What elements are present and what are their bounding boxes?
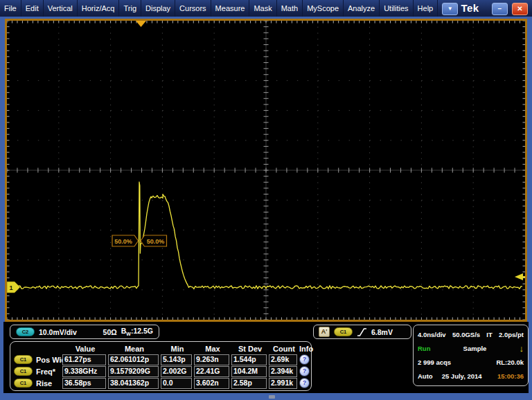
menu-item-vertical[interactable]: Vertical bbox=[44, 0, 78, 17]
rise-count: 2.991k bbox=[269, 378, 297, 389]
channel-1-badge[interactable]: C1 bbox=[14, 367, 33, 376]
measurement-name: Freq* bbox=[36, 367, 55, 376]
pos-wid-value: 61.27ps bbox=[62, 354, 106, 365]
graticule: 1 50.0% 50.0% bbox=[7, 21, 525, 320]
col-count: Count bbox=[269, 345, 299, 353]
info-icon[interactable]: ? bbox=[299, 354, 310, 365]
menu-item-measure[interactable]: Measure bbox=[211, 0, 250, 17]
menu-item-edit[interactable]: Edit bbox=[21, 0, 44, 17]
menu-item-horiz-acq[interactable]: Horiz/Acq bbox=[78, 0, 120, 17]
pos-wid-max: 9.263n bbox=[194, 354, 229, 365]
col-max: Max bbox=[194, 345, 231, 353]
ref-level-right-label: 50.0% bbox=[147, 238, 165, 245]
freq-count: 2.394k bbox=[269, 366, 297, 377]
menu-item-file[interactable]: File bbox=[0, 0, 21, 17]
menu-item-math[interactable]: Math bbox=[277, 0, 303, 17]
channel-1-marker[interactable]: 1 bbox=[7, 282, 20, 293]
table-row-rise: C1 Rise 36.58ps 38.041362p 0.0 3.602n 2.… bbox=[14, 377, 308, 389]
clock-time: 15:00:36 bbox=[497, 372, 524, 380]
arrow-down-icon: ↓ bbox=[519, 344, 524, 353]
pos-wid-stdev: 1.544p bbox=[231, 354, 267, 365]
measurement-name: Pos Wid bbox=[36, 356, 66, 364]
menu-item-myscope[interactable]: MyScope bbox=[303, 0, 344, 17]
bw-value: :12.5G bbox=[131, 327, 153, 335]
col-info: Info bbox=[299, 345, 313, 353]
trigger-event-badge: A' bbox=[319, 327, 330, 337]
menu-bar: File Edit Vertical Horiz/Acq Trig Displa… bbox=[0, 0, 532, 17]
rise-stdev: 2.58p bbox=[231, 378, 267, 389]
tek-logo: Tek bbox=[461, 0, 479, 17]
pos-wid-count: 2.69k bbox=[269, 354, 297, 365]
input-impedance: 50Ω bbox=[103, 328, 117, 336]
pos-wid-min: 5.143p bbox=[161, 354, 192, 365]
trigger-level-arrow[interactable] bbox=[515, 273, 525, 280]
resize-handle[interactable] bbox=[269, 395, 275, 399]
menu-item-mask[interactable]: Mask bbox=[249, 0, 276, 17]
info-icon[interactable]: ? bbox=[299, 366, 310, 376]
freq-stdev: 104.2M bbox=[231, 366, 267, 377]
menu-item-utilities[interactable]: Utilities bbox=[380, 0, 413, 17]
table-row-freq: C1 Freq* 9.338GHz 9.1579209G 2.002G 22.4… bbox=[14, 365, 308, 377]
rise-max: 3.602n bbox=[194, 378, 229, 389]
trigger-level-value: 6.8mV bbox=[371, 328, 393, 336]
timebase: 4.0ns/div bbox=[418, 331, 446, 338]
ref-level-left-label: 50.0% bbox=[114, 238, 132, 245]
menu-item-cursors[interactable]: Cursors bbox=[175, 0, 211, 17]
horizontal-readout[interactable]: 4.0ns/div 50.0GS/s IT 2.0ps/pt Run Sampl… bbox=[413, 325, 529, 386]
rise-mean: 38.041362p bbox=[108, 378, 159, 389]
bw-sub: W bbox=[126, 332, 131, 337]
sampling-mode: IT bbox=[486, 331, 492, 338]
channel-1-label: 1 bbox=[9, 284, 12, 291]
rising-edge-icon bbox=[357, 327, 367, 337]
trigger-position-marker[interactable] bbox=[136, 21, 146, 27]
menu-item-analyze[interactable]: Analyze bbox=[344, 0, 380, 17]
acquisition-count: 2 999 acqs bbox=[418, 358, 451, 366]
chevron-down-icon[interactable]: ▼ bbox=[442, 3, 458, 15]
freq-max: 22.41G bbox=[194, 366, 229, 377]
vertical-readout[interactable]: C2 10.0mV/div 50Ω BW:12.5G bbox=[10, 325, 159, 339]
trigger-source-badge[interactable]: C1 bbox=[334, 327, 353, 336]
pos-wid-mean: 62.061012p bbox=[108, 354, 159, 365]
menu-item-help[interactable]: Help bbox=[414, 0, 438, 17]
info-icon[interactable]: ? bbox=[299, 378, 310, 388]
menu-item-trig[interactable]: Trig bbox=[119, 0, 141, 17]
close-button[interactable]: ✕ bbox=[512, 3, 528, 15]
trigger-mode: Auto bbox=[418, 372, 433, 380]
trigger-readout[interactable]: A' C1 6.8mV bbox=[313, 325, 411, 339]
col-mean: Mean bbox=[108, 345, 161, 353]
waveform-display[interactable]: 1 50.0% 50.0% bbox=[5, 19, 527, 322]
oscilloscope-window: { "window": { "brand": "Tek", "minimize_… bbox=[0, 0, 532, 400]
resolution: 2.0ps/pt bbox=[499, 331, 524, 338]
measurement-header-row: Value Mean Min Max St Dev Count Info bbox=[14, 343, 308, 354]
freq-value: 9.338GHz bbox=[62, 366, 106, 377]
channel-1-badge[interactable]: C1 bbox=[14, 355, 33, 364]
rise-min: 0.0 bbox=[161, 378, 192, 389]
run-state: Run bbox=[418, 345, 430, 352]
freq-min: 2.002G bbox=[161, 366, 192, 377]
table-row-pos-wid: C1 Pos Wid 61.27ps 62.061012p 5.143p 9.2… bbox=[14, 354, 308, 365]
minimize-button[interactable]: – bbox=[492, 3, 508, 15]
freq-mean: 9.1579209G bbox=[108, 366, 159, 377]
col-value: Value bbox=[62, 345, 108, 353]
record-length: RL:20.0k bbox=[496, 358, 524, 366]
vertical-scale: 10.0mV/div bbox=[39, 328, 77, 336]
channel-2-badge[interactable]: C2 bbox=[16, 327, 35, 336]
date: 25 July, 2014 bbox=[442, 372, 482, 380]
col-stdev: St Dev bbox=[231, 345, 269, 353]
measurement-table: Value Mean Min Max St Dev Count Info C1 … bbox=[10, 341, 312, 391]
status-panel: C2 10.0mV/div 50Ω BW:12.5G A' C1 6.8mV 4… bbox=[3, 322, 529, 393]
sample-rate: 50.0GS/s bbox=[452, 331, 480, 338]
menu-item-display[interactable]: Display bbox=[141, 0, 175, 17]
acquisition-mode: Sample bbox=[463, 345, 487, 352]
channel-1-badge[interactable]: C1 bbox=[14, 379, 33, 388]
ref-level-callouts: 50.0% 50.0% bbox=[112, 235, 167, 246]
rise-value: 36.58ps bbox=[62, 378, 106, 389]
bandwidth-readout: BW:12.5G bbox=[121, 327, 153, 336]
measurement-name: Rise bbox=[36, 379, 52, 388]
col-min: Min bbox=[161, 345, 194, 353]
